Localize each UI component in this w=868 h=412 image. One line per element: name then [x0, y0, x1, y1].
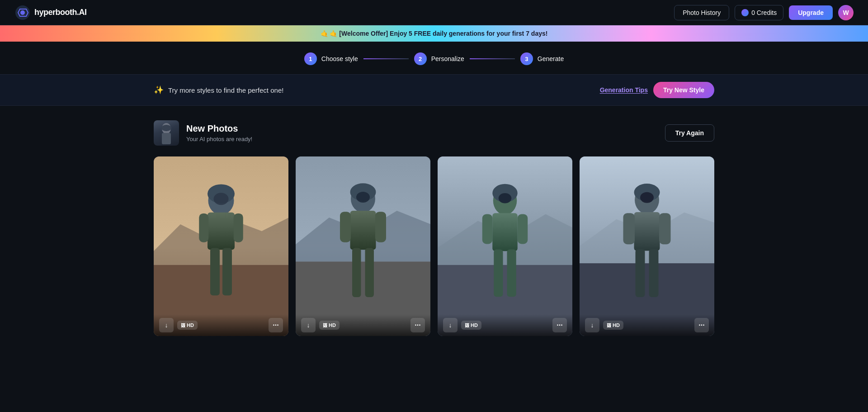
svg-rect-23 [340, 212, 351, 242]
step-2-label: Personalize [431, 55, 464, 62]
new-photos-text: New Photos Your AI photos are ready! [186, 123, 252, 142]
svg-rect-34 [482, 214, 492, 244]
svg-rect-4 [162, 133, 171, 144]
photo-grid: ↓ 🖼 HD ··· [154, 156, 714, 336]
step-3-circle: 3 [520, 52, 533, 65]
photo-card-3-bottom: ↓ 🖼 HD ··· [438, 314, 572, 336]
logo-area: hyperbooth.AI [14, 5, 87, 21]
photo-1-download-button[interactable]: ↓ [159, 318, 174, 332]
photo-3-download-button[interactable]: ↓ [443, 318, 458, 332]
photo-4-actions-left: ↓ 🖼 HD [585, 318, 623, 332]
header: hyperbooth.AI Photo History 0 Credits Up… [0, 0, 868, 25]
photo-4-hd-button[interactable]: 🖼 HD [603, 321, 623, 330]
svg-point-2 [20, 10, 25, 15]
welcome-banner: 🤙 🤙 [Welcome Offer] Enjoy 5 FREE daily g… [0, 25, 868, 42]
sparkle-icon: ✨ [154, 85, 164, 95]
photo-2-actions-left: ↓ 🖼 HD [301, 318, 340, 332]
photo-bg-1 [154, 156, 288, 336]
photo-1-actions-left: ↓ 🖼 HD [159, 318, 198, 332]
step-3: 3 Generate [520, 52, 564, 65]
try-more-bar: ✨ Try more styles to find the perfect on… [0, 74, 868, 106]
hd-icon-2: 🖼 [323, 323, 327, 328]
hd-label-2: HD [329, 322, 336, 328]
photo-2-hd-button[interactable]: 🖼 HD [319, 321, 340, 330]
hd-icon-1: 🖼 [181, 323, 185, 328]
step-1-label: Choose style [321, 55, 358, 62]
new-photos-title: New Photos [186, 123, 252, 134]
svg-rect-13 [234, 213, 243, 242]
step-2: 2 Personalize [414, 52, 464, 65]
svg-rect-46 [659, 213, 670, 244]
try-more-actions: Generation Tips Try New Style [600, 82, 714, 98]
svg-point-27 [356, 192, 370, 203]
thumbnail-svg [157, 122, 175, 144]
svg-rect-11 [208, 213, 235, 250]
main-content: New Photos Your AI photos are ready! Try… [0, 106, 868, 350]
credits-button[interactable]: 0 Credits [735, 5, 783, 20]
photo-bg-2 [296, 156, 430, 336]
try-again-button[interactable]: Try Again [665, 124, 714, 142]
credits-icon [741, 9, 749, 16]
credits-label: 0 Credits [751, 9, 777, 16]
svg-rect-35 [518, 214, 528, 244]
step-1: 1 Choose style [304, 52, 358, 65]
stepper: 1 Choose style 2 Personalize 3 Generate [0, 42, 868, 74]
photo-4-download-button[interactable]: ↓ [585, 318, 599, 332]
generation-tips-button[interactable]: Generation Tips [600, 86, 648, 94]
thumbnail-inner [154, 120, 179, 146]
download-icon-3: ↓ [449, 322, 452, 329]
more-icon-4: ··· [698, 321, 704, 329]
svg-rect-12 [199, 213, 208, 242]
step-connector-1 [363, 58, 409, 59]
upgrade-button[interactable]: Upgrade [789, 5, 833, 20]
new-photos-left: New Photos Your AI photos are ready! [154, 120, 252, 146]
photo-card-2-bottom: ↓ 🖼 HD ··· [296, 314, 430, 336]
photo-4-more-button[interactable]: ··· [694, 318, 709, 332]
photo-history-button[interactable]: Photo History [674, 5, 729, 20]
photo-card-4: ↓ 🖼 HD ··· [580, 156, 714, 336]
more-icon-1: ··· [273, 321, 278, 329]
header-right: Photo History 0 Credits Upgrade W [674, 5, 854, 20]
photo-svg-4 [580, 156, 714, 336]
svg-rect-47 [636, 249, 645, 297]
photo-1-more-button[interactable]: ··· [269, 318, 283, 332]
try-more-text: Try more styles to find the perfect one! [168, 86, 283, 94]
photo-svg-1 [154, 156, 288, 336]
step-3-number: 3 [525, 56, 528, 62]
photo-3-hd-button[interactable]: 🖼 HD [461, 321, 481, 330]
photo-2-more-button[interactable]: ··· [410, 318, 425, 332]
svg-rect-48 [649, 249, 658, 297]
svg-rect-36 [494, 249, 503, 297]
hd-icon-3: 🖼 [465, 323, 469, 328]
photo-1-hd-button[interactable]: 🖼 HD [177, 321, 198, 330]
svg-rect-22 [350, 211, 376, 250]
step-1-number: 1 [309, 56, 312, 62]
photo-2-download-button[interactable]: ↓ [301, 318, 316, 332]
photo-3-actions-left: ↓ 🖼 HD [443, 318, 481, 332]
hd-label-4: HD [613, 322, 620, 328]
svg-rect-25 [352, 248, 361, 297]
hd-label-1: HD [187, 322, 194, 328]
try-more-left: ✨ Try more styles to find the perfect on… [154, 85, 283, 95]
try-new-style-button[interactable]: Try New Style [653, 82, 714, 98]
step-1-circle: 1 [304, 52, 317, 65]
svg-rect-45 [623, 213, 635, 244]
step-2-number: 2 [419, 56, 422, 62]
download-icon-1: ↓ [165, 322, 168, 329]
svg-rect-14 [210, 248, 220, 295]
user-avatar-button[interactable]: W [838, 5, 854, 20]
svg-rect-24 [375, 212, 386, 242]
banner-text: 🤙 🤙 [Welcome Offer] Enjoy 5 FREE daily g… [321, 30, 548, 37]
svg-rect-15 [222, 248, 232, 295]
new-photos-subtitle: Your AI photos are ready! [186, 136, 252, 142]
user-photo-thumbnail [154, 120, 179, 146]
step-connector-2 [470, 58, 515, 59]
photo-card-1-bottom: ↓ 🖼 HD ··· [154, 314, 288, 336]
new-photos-header: New Photos Your AI photos are ready! Try… [154, 120, 714, 146]
photo-bg-3 [438, 156, 572, 336]
logo-icon [14, 5, 31, 21]
photo-bg-4 [580, 156, 714, 336]
svg-point-5 [161, 125, 171, 131]
photo-3-more-button[interactable]: ··· [552, 318, 567, 332]
hd-label-3: HD [471, 322, 478, 328]
